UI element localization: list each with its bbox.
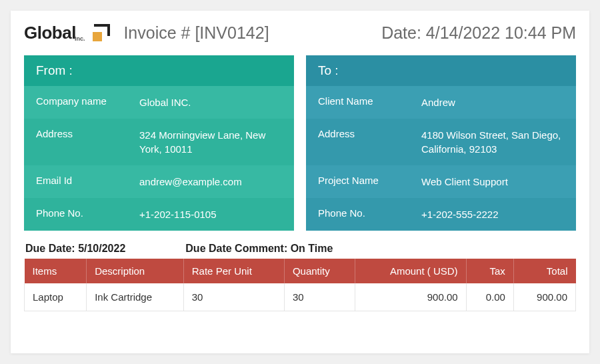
- to-box: To : Client Name Andrew Address 4180 Wil…: [306, 55, 576, 231]
- from-company-value: Global INC.: [127, 86, 294, 119]
- invoice-card: Global Inc. Invoice # [INV0142] Date: 4/…: [11, 11, 589, 353]
- col-amount: Amount ( USD): [355, 259, 466, 283]
- cell-description: Ink Cartridge: [87, 283, 184, 311]
- from-company-label: Company name: [24, 86, 127, 119]
- to-title: To :: [306, 55, 576, 86]
- to-client-value: Andrew: [409, 86, 576, 119]
- logo-icon: [91, 24, 110, 43]
- from-phone-value: +1-202-115-0105: [127, 198, 294, 231]
- items-header-row: Items Description Rate Per Unit Quantity…: [25, 259, 576, 283]
- invoice-header: Global Inc. Invoice # [INV0142] Date: 4/…: [24, 23, 576, 43]
- cell-items: Laptop: [25, 283, 87, 311]
- invoice-date: Date: 4/14/2022 10:44 PM: [381, 23, 576, 43]
- items-table: Items Description Rate Per Unit Quantity…: [24, 259, 576, 311]
- to-address-row: Address 4180 Wilson Street, San Diego, C…: [306, 119, 576, 165]
- to-phone-value: +1-202-555-2222: [409, 198, 576, 231]
- col-quantity: Quantity: [284, 259, 355, 283]
- table-row: Laptop Ink Cartridge 30 30 900.00 0.00 9…: [25, 283, 576, 311]
- header-left: Global Inc. Invoice # [INV0142]: [24, 23, 269, 43]
- from-email-label: Email Id: [24, 165, 127, 198]
- due-date: Due Date: 5/10/2022: [25, 243, 125, 255]
- col-items: Items: [25, 259, 87, 283]
- due-date-value: 5/10/2022: [78, 243, 125, 254]
- to-client-row: Client Name Andrew: [306, 86, 576, 119]
- to-project-value: Web Client Support: [409, 165, 576, 198]
- cell-rate: 30: [183, 283, 284, 311]
- from-box: From : Company name Global INC. Address …: [24, 55, 294, 231]
- col-tax: Tax: [466, 259, 513, 283]
- due-comment: Due Date Comment: On Time: [125, 243, 575, 255]
- to-address-label: Address: [306, 119, 409, 165]
- from-address-value: 324 Morningview Lane, New York, 10011: [127, 119, 294, 165]
- cell-total: 900.00: [513, 283, 575, 311]
- to-address-value: 4180 Wilson Street, San Diego, Californi…: [409, 119, 576, 165]
- cell-quantity: 30: [284, 283, 355, 311]
- from-title: From :: [24, 55, 294, 86]
- logo-text: Global: [24, 23, 76, 43]
- cell-amount: 900.00: [355, 283, 466, 311]
- to-project-label: Project Name: [306, 165, 409, 198]
- from-company-row: Company name Global INC.: [24, 86, 294, 119]
- to-phone-row: Phone No. +1-202-555-2222: [306, 198, 576, 231]
- parties-row: From : Company name Global INC. Address …: [24, 55, 576, 231]
- due-comment-label: Due Date Comment:: [185, 243, 290, 254]
- col-total: Total: [513, 259, 575, 283]
- logo-subtext: Inc.: [75, 35, 85, 42]
- from-phone-row: Phone No. +1-202-115-0105: [24, 198, 294, 231]
- from-address-row: Address 324 Morningview Lane, New York, …: [24, 119, 294, 165]
- to-phone-label: Phone No.: [306, 198, 409, 231]
- from-email-row: Email Id andrew@example.com: [24, 165, 294, 198]
- due-line: Due Date: 5/10/2022 Due Date Comment: On…: [24, 243, 576, 255]
- company-logo: Global Inc.: [24, 23, 110, 43]
- due-date-label: Due Date:: [25, 243, 78, 254]
- col-description: Description: [87, 259, 184, 283]
- from-phone-label: Phone No.: [24, 198, 127, 231]
- to-project-row: Project Name Web Client Support: [306, 165, 576, 198]
- invoice-number: Invoice # [INV0142]: [123, 23, 269, 43]
- col-rate: Rate Per Unit: [183, 259, 284, 283]
- cell-tax: 0.00: [466, 283, 513, 311]
- from-address-label: Address: [24, 119, 127, 165]
- to-client-label: Client Name: [306, 86, 409, 119]
- due-comment-value: On Time: [291, 243, 333, 254]
- from-email-value: andrew@example.com: [127, 165, 294, 198]
